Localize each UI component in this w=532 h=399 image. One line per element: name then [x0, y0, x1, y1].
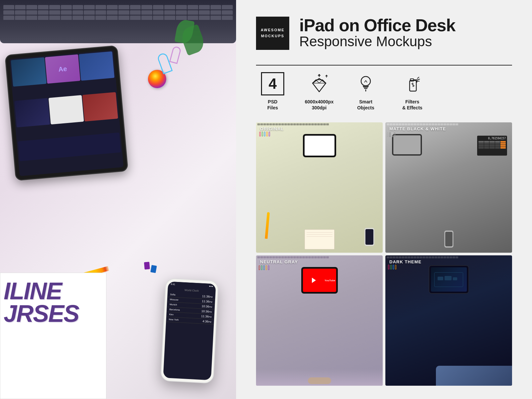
- bottle-icon: [401, 72, 424, 95]
- feature-psd-label: PSDFiles: [267, 99, 278, 111]
- diamond-icon: [308, 72, 331, 95]
- phone-mockup: 9:41 ●●● World Clock Sofia 11:36PM Mosco…: [160, 278, 219, 384]
- brand-logo-text: AWESOMEMOCKUPS: [261, 27, 284, 39]
- right-content-panel: AWESOMEMOCKUPS iPad on Office Desk Respo…: [236, 0, 532, 399]
- svg-line-11: [319, 80, 323, 83]
- preview-dark: DARK THEME: [385, 255, 512, 386]
- svg-marker-6: [313, 78, 326, 92]
- title-divider: [256, 65, 512, 66]
- product-title-sub: Responsive Mockups: [299, 34, 512, 49]
- svg-line-18: [417, 77, 419, 78]
- preview-bw-label: MATTE BLACK & WHITE: [389, 126, 446, 131]
- feature-smart: SmartObjects: [349, 72, 382, 111]
- binder-clip-blue: [150, 265, 157, 273]
- preview-grid: ORIGINAL: [256, 122, 512, 386]
- features-row: 4 PSDFiles: [256, 72, 512, 111]
- product-title-main: iPad on Office Desk: [299, 17, 512, 34]
- brand-logo: AWESOMEMOCKUPS: [256, 17, 289, 50]
- feature-filters-label: Filters& Effects: [402, 99, 423, 111]
- left-hero-panel: Ae ILINEJRSES 9:41 ●●●: [0, 0, 236, 399]
- psd-number-box: 4: [261, 72, 284, 95]
- feature-resolution-label: 6000x4000px300dpi: [305, 99, 333, 111]
- lightbulb-icon: [354, 72, 377, 95]
- feature-smart-label: SmartObjects: [357, 99, 374, 111]
- preview-original-label: ORIGINAL: [260, 126, 284, 131]
- product-title-area: iPad on Office Desk Responsive Mockups: [299, 17, 512, 49]
- feature-resolution: 6000x4000px300dpi: [303, 72, 336, 111]
- svg-line-19: [418, 79, 420, 80]
- binder-clip-purple: [144, 262, 150, 269]
- svg-point-14: [361, 76, 370, 86]
- notepad-decoration: ILINEJRSES: [0, 273, 106, 399]
- notepad-text: ILINEJRSES: [4, 280, 103, 325]
- preview-gray: NEUTRAL GRAY: [256, 255, 383, 386]
- feature-psd: 4 PSDFiles: [256, 72, 289, 111]
- psd-number: 4: [269, 76, 277, 91]
- preview-gray-label: NEUTRAL GRAY: [260, 259, 298, 264]
- preview-original: ORIGINAL: [256, 122, 383, 253]
- preview-bw: MATTE BLACK & WHITE 0,761594157: [385, 122, 512, 253]
- product-header: AWESOMEMOCKUPS iPad on Office Desk Respo…: [256, 17, 512, 50]
- svg-line-10: [316, 80, 319, 83]
- feature-filters: Filters& Effects: [396, 72, 429, 111]
- calc-display: 0,761594157: [477, 136, 507, 156]
- preview-dark-label: DARK THEME: [389, 259, 422, 264]
- ipad-mockup: Ae: [5, 45, 128, 181]
- mini-phone-original: [364, 228, 374, 246]
- paperclip-purple: [169, 46, 182, 64]
